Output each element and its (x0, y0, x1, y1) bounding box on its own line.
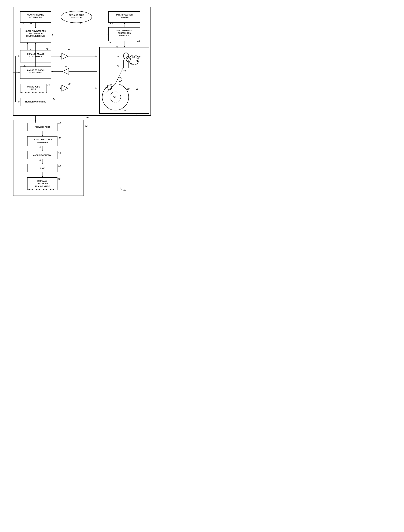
adc-label1: ANALOG TO DIGITAL (27, 69, 44, 71)
lower-border (13, 120, 84, 196)
arrowhead-amp36-adc (51, 71, 53, 72)
arrowhead-firmware-dac (30, 49, 32, 50)
arrowhead-monitoring-in (19, 101, 20, 103)
arrowhead-machine-daw (42, 163, 43, 164)
ref-14: 14 (85, 125, 88, 128)
tape-mechanism-box (100, 47, 149, 113)
guide-roller1 (118, 77, 122, 82)
amp34-triangle (62, 53, 68, 59)
tape-transport-label3: INTERFACE (119, 35, 129, 37)
arrowhead-transport-down (124, 46, 125, 47)
ref-40: 40 (52, 97, 55, 100)
ref-34: 34 (68, 48, 70, 51)
ref-56: 56 (113, 96, 116, 98)
amp36-triangle (63, 68, 69, 74)
arrowhead-amp34-right (95, 56, 97, 57)
ref-55: 55 (123, 69, 126, 72)
arrowhead-dac-amp (60, 56, 61, 57)
ref-70: 70 (47, 83, 50, 86)
replace-tape-label1: REPLACE TAPE (69, 14, 84, 16)
arrowhead-daw-digital (42, 176, 43, 177)
ref-26: 26 (86, 116, 89, 119)
arrowhead-driver-machine (42, 150, 43, 151)
ref-64: 64 (117, 55, 119, 58)
arrowhead-audio-amp38 (60, 88, 62, 89)
monitoring-label: MONITORING CONTROL (25, 101, 46, 103)
main-diagram: CLASP FIREWIRE INTERFACER 24 28 REPLACE … (4, 4, 155, 203)
ref-72: 72 (58, 178, 60, 180)
replace-tape-label2: INDICATOR (71, 17, 82, 19)
arrowhead-fw-driver (42, 135, 43, 136)
arrowhead-amp38-right (95, 88, 97, 89)
clasp-firewire-label: CLASP FIREWIRE (27, 14, 44, 16)
arrowhead1 (35, 27, 36, 28)
analog-audio-label2: INPUT (31, 88, 36, 90)
adc-label2: CONVERTERS (29, 72, 42, 74)
machine-control-label: MACHINE CONTROL (33, 154, 52, 156)
ref-44: 44 (134, 114, 136, 117)
arrowhead-dashed-transport (107, 34, 108, 36)
ref-54: 54 (132, 56, 135, 58)
ref-38: 38 (68, 83, 70, 85)
ref-50: 50 (127, 88, 130, 90)
ref-42: 42 (80, 22, 82, 25)
clasp-firmware-label3: CONTROL INTERFACE (26, 35, 45, 37)
clasp-firewire-label2: INTERFACER (29, 16, 42, 18)
tape-transport-label1: TAPE TRANSPORT (116, 30, 132, 32)
tape-rev-label1: TAPE REVOLUTION (116, 14, 133, 16)
tape-transport-box (108, 27, 140, 41)
digitally-recorded-label1: DIGITALLY (37, 180, 47, 182)
digitally-recorded-label3: ANALOG MUSIC (35, 185, 50, 187)
arrowhead-adc-firmware (35, 43, 36, 44)
arrowhead-dac-up (27, 42, 28, 44)
pinch-roller1 (123, 53, 129, 59)
ref-58: 58 (138, 56, 140, 58)
ref-10: 10 (123, 188, 126, 191)
clasp-driver-label2: SOFTWARE (37, 141, 48, 143)
amp38-triangle (62, 85, 68, 91)
ref-36: 36 (65, 65, 67, 68)
head-block (123, 60, 129, 68)
firewire-port-label: FIREWIRE PORT (35, 126, 50, 128)
tape-path3 (129, 62, 134, 65)
ref-24: 24 (21, 22, 24, 25)
ref-22: 22 (58, 121, 61, 124)
ref-28: 28 (29, 22, 32, 25)
clasp-firmware-label1: CLASP FIRMWARE AND (25, 30, 46, 32)
analog-audio-label1: ANALOG AUDIO (27, 86, 40, 88)
ref-52: 52 (124, 109, 127, 111)
ref-48: 48 (137, 40, 140, 43)
ref-68: 68 (110, 22, 113, 25)
clasp-firmware-label2: TAPE TRANSPORT (28, 33, 44, 35)
tape-rev-label2: COUNTER (120, 16, 129, 18)
ref-12: 12 (58, 165, 61, 167)
ref-62: 62 (117, 65, 120, 68)
diagram-container: CLASP FIREWIRE INTERFACER 24 28 REPLACE … (4, 4, 155, 205)
arrowhead-dac-in (19, 55, 20, 57)
ref-20: 20 (136, 88, 138, 90)
arrowhead-transport-counter (124, 23, 125, 24)
ref10-curve (121, 187, 122, 190)
clasp-driver-label1: CLASP DRIVER AND (33, 139, 52, 141)
ref-46: 46 (116, 45, 119, 48)
arrowhead-adc-in (19, 72, 20, 73)
ref-18: 18 (59, 137, 61, 140)
ref-16: 16 (58, 152, 61, 154)
ref-32: 32 (46, 48, 49, 51)
ref-60: 60 (105, 86, 108, 89)
daw-label: DAW (40, 167, 44, 169)
digitally-recorded-label2: RECORDED (37, 183, 48, 185)
ref-66: 66 (109, 41, 112, 44)
ref-30: 30 (23, 64, 26, 67)
arrowhead-machine-driver (39, 146, 41, 147)
tape-transport-label2: CONTROL AND (118, 32, 131, 34)
arrowhead-daw-up (39, 159, 41, 160)
arrowhead-replace (51, 34, 53, 36)
